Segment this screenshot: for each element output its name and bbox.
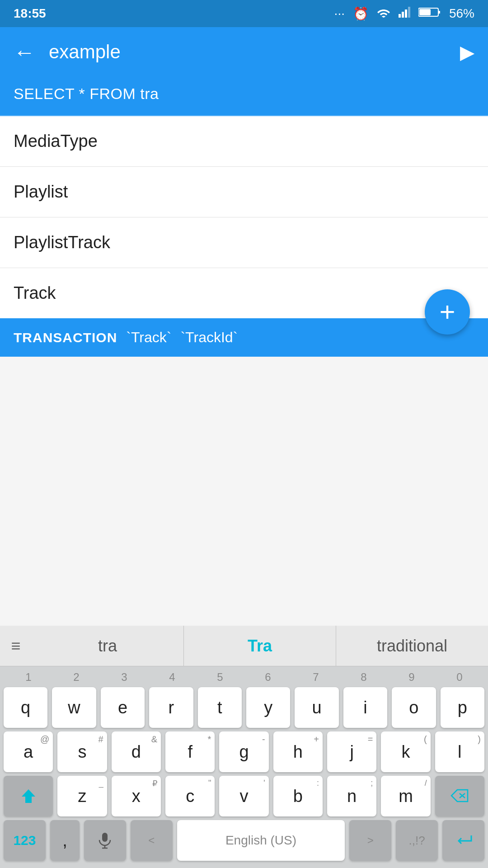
lang-next-key[interactable]: > [349, 820, 391, 861]
key-q[interactable]: q [4, 687, 47, 728]
key-m[interactable]: m/ [381, 776, 430, 816]
key-f[interactable]: f* [165, 731, 215, 772]
status-icons: ··· ⏰ 56% [334, 6, 474, 21]
suggestion-tra-highlight[interactable]: Tra [184, 626, 336, 666]
num-hint-2: 2 [52, 669, 100, 685]
suggestions-menu-icon[interactable]: ≡ [0, 626, 32, 666]
svg-rect-6 [419, 9, 431, 15]
transaction-tag1[interactable]: `Track` [126, 329, 171, 346]
num-switch-key[interactable]: 123 [4, 820, 46, 861]
num-hint-0: 0 [436, 669, 483, 685]
mic-key[interactable] [84, 820, 126, 861]
backspace-icon [450, 786, 469, 807]
key-z[interactable]: z_ [57, 776, 107, 816]
key-w[interactable]: w [52, 687, 96, 728]
transaction-tag2[interactable]: `TrackId` [180, 329, 238, 346]
num-hint-9: 9 [388, 669, 436, 685]
suggestions-row: ≡ tra Tra traditional [0, 626, 488, 666]
key-h[interactable]: h+ [273, 731, 323, 772]
key-e[interactable]: e [101, 687, 145, 728]
key-k[interactable]: k( [381, 731, 430, 772]
key-s[interactable]: s# [57, 731, 107, 772]
app-title: example [49, 41, 460, 63]
shift-key[interactable] [4, 776, 53, 816]
key-row-1: q w e r t y u i o p [0, 685, 488, 730]
svg-rect-5 [438, 11, 440, 14]
key-row-2: a@ s# d& f* g- h+ j= k( l) [0, 730, 488, 774]
battery-percent: 56% [449, 6, 474, 21]
query-bar: SELECT * FROM tra [0, 77, 488, 116]
query-text[interactable]: SELECT * FROM tra [14, 85, 159, 102]
list-item-track[interactable]: Track [0, 268, 488, 318]
key-row-3: z_ x₽ c" v' b: n; m/ [0, 774, 488, 818]
transaction-bar: TRANSACTION `Track` `TrackId` [0, 318, 488, 357]
space-key[interactable]: English (US) [177, 820, 345, 861]
list-item-mediatype[interactable]: MediaType [0, 116, 488, 167]
alarm-icon: ⏰ [353, 6, 369, 21]
svg-rect-2 [405, 9, 407, 18]
back-button[interactable]: ← [14, 40, 35, 65]
key-d[interactable]: d& [112, 731, 161, 772]
enter-key[interactable] [442, 820, 484, 861]
num-hint-6: 6 [244, 669, 292, 685]
status-bar: 18:55 ··· ⏰ 56% [0, 0, 488, 27]
status-time: 18:55 [14, 6, 46, 21]
number-hint-row: 1 2 3 4 5 6 7 8 9 0 [0, 666, 488, 685]
bottom-row: 123 , < English (US) > .,!? [0, 818, 488, 868]
list-item-playlist[interactable]: Playlist [0, 167, 488, 217]
special-chars-key[interactable]: .,!? [396, 820, 438, 861]
keyboard: ≡ tra Tra traditional 1 2 3 4 5 6 7 8 9 … [0, 626, 488, 868]
play-button[interactable]: ▶ [460, 41, 474, 63]
num-hint-5: 5 [196, 669, 244, 685]
num-hint-4: 4 [148, 669, 196, 685]
svg-rect-3 [408, 7, 410, 18]
svg-rect-0 [399, 14, 401, 18]
list-item-playlisttrack[interactable]: PlaylistTrack [0, 217, 488, 268]
key-v[interactable]: v' [219, 776, 268, 816]
num-hint-1: 1 [5, 669, 52, 685]
num-hint-3: 3 [100, 669, 148, 685]
num-hint-7: 7 [292, 669, 340, 685]
key-b[interactable]: b: [273, 776, 323, 816]
key-t[interactable]: t [198, 687, 242, 728]
num-hint-8: 8 [340, 669, 388, 685]
key-g[interactable]: g- [219, 731, 268, 772]
svg-rect-1 [402, 12, 404, 18]
overflow-icon: ··· [334, 6, 345, 21]
key-a[interactable]: a@ [4, 731, 53, 772]
suggestion-traditional[interactable]: traditional [336, 626, 488, 666]
key-u[interactable]: u [295, 687, 338, 728]
transaction-label: TRANSACTION [14, 330, 117, 345]
key-c[interactable]: c" [165, 776, 215, 816]
suggestion-tra[interactable]: tra [32, 626, 184, 666]
key-y[interactable]: y [246, 687, 290, 728]
key-o[interactable]: o [392, 687, 436, 728]
key-x[interactable]: x₽ [112, 776, 161, 816]
app-bar: ← example ▶ [0, 27, 488, 77]
lang-prev-key[interactable]: < [131, 820, 173, 861]
comma-key[interactable]: , [50, 820, 80, 861]
battery-icon [418, 6, 441, 21]
key-r[interactable]: r [149, 687, 193, 728]
fab-add-button[interactable]: + [425, 289, 470, 335]
key-p[interactable]: p [441, 687, 484, 728]
key-n[interactable]: n; [327, 776, 376, 816]
backspace-key[interactable] [435, 776, 484, 816]
key-j[interactable]: j= [327, 731, 376, 772]
signal-icon [399, 6, 410, 21]
svg-rect-9 [102, 833, 108, 842]
plus-icon: + [439, 298, 455, 326]
wifi-icon [377, 6, 390, 21]
key-l[interactable]: l) [435, 731, 484, 772]
list-area: MediaType Playlist PlaylistTrack Track [0, 116, 488, 318]
key-i[interactable]: i [343, 687, 387, 728]
